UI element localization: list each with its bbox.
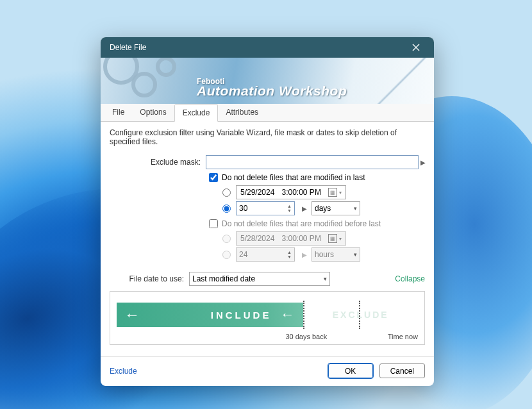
tab-bar: File Options Exclude Attributes: [101, 104, 434, 122]
tab-content: Configure exclusion filter using Variabl…: [101, 122, 434, 356]
mod-in-last-num-radio[interactable]: [222, 204, 231, 213]
modified-in-last-checkbox[interactable]: [209, 173, 218, 182]
chevron-down-icon: ▾: [339, 190, 342, 196]
marker-line: [359, 301, 360, 329]
banner-product: Automation Workshop: [197, 83, 347, 99]
chevron-down-icon: ▾: [354, 251, 357, 258]
calendar-icon: ▦: [328, 234, 337, 243]
number-value: 30: [239, 204, 247, 213]
close-button[interactable]: [403, 38, 429, 56]
mod-in-last-unit-select[interactable]: days ▾: [312, 201, 360, 215]
modified-in-last-label: Do not delete files that are modified in…: [222, 173, 365, 182]
spinner-icon[interactable]: ▲▼: [287, 204, 292, 213]
gear-icon: [156, 58, 176, 77]
dialog-window: Delete File Febooti Automation Workshop …: [101, 37, 434, 386]
ok-button[interactable]: OK: [328, 363, 373, 378]
description: Configure exclusion filter using Variabl…: [110, 128, 425, 146]
gear-icon: [131, 72, 157, 97]
collapse-link[interactable]: Collapse: [395, 274, 425, 283]
marker-label-now: Time now: [388, 333, 418, 340]
mod-before-last-num-radio: [222, 251, 231, 259]
tab-exclude[interactable]: Exclude: [174, 104, 219, 122]
chevron-down-icon: ▾: [324, 276, 327, 282]
include-bar: INCLUDE ←: [117, 303, 303, 327]
arrow-left-icon: ←: [280, 306, 294, 323]
number-wizard-icon[interactable]: ▶: [300, 205, 306, 212]
exclude-label: EXCLUDE: [333, 310, 389, 320]
banner-text: Febooti Automation Workshop: [197, 77, 347, 99]
mod-before-last-unit-select: hours ▾: [312, 247, 360, 262]
cancel-button[interactable]: Cancel: [379, 363, 425, 378]
footer-status: Exclude: [110, 367, 137, 376]
exclude-mask-label: Exclude mask:: [110, 158, 206, 167]
file-date-select[interactable]: Last modified date ▾: [189, 272, 330, 286]
tab-file[interactable]: File: [104, 104, 132, 122]
marker-line: [303, 301, 304, 329]
mod-before-last-date-radio: [222, 235, 231, 243]
number-wizard-icon: ▶: [300, 251, 306, 258]
titlebar: Delete File: [101, 37, 434, 58]
marker-label-back: 30 days back: [285, 333, 327, 340]
tab-attributes[interactable]: Attributes: [218, 104, 266, 122]
modified-before-last-checkbox[interactable]: [209, 219, 218, 228]
unit-value: hours: [315, 250, 334, 259]
chevron-down-icon: ▾: [339, 236, 342, 242]
file-date-value: Last modified date: [192, 274, 255, 283]
date-value: 5/28/2024: [240, 234, 274, 243]
spinner-icon: ▲▼: [287, 250, 292, 259]
date-value: 5/29/2024: [240, 188, 274, 197]
mod-in-last-datetime[interactable]: 5/29/2024 3:00:00 PM ▦ ▾: [236, 185, 346, 199]
exclude-mask-wizard-icon[interactable]: ▶: [419, 159, 425, 166]
dialog-footer: Exclude OK Cancel: [101, 356, 434, 386]
file-date-label: File date to use:: [110, 274, 189, 283]
timeline-panel: INCLUDE ← EXCLUDE 30 days back Time now: [110, 291, 425, 345]
unit-value: days: [315, 204, 331, 213]
close-icon: [412, 44, 420, 51]
mod-before-last-datetime: 5/28/2024 3:00:00 PM ▦ ▾: [236, 231, 346, 246]
exclude-mask-input[interactable]: [206, 155, 419, 169]
modified-before-last-label: Do not delete files that are modified be…: [222, 219, 381, 228]
window-title: Delete File: [110, 43, 403, 52]
include-label: INCLUDE: [211, 310, 272, 321]
time-value: 3:00:00 PM: [282, 188, 321, 197]
chevron-down-icon: ▾: [354, 205, 357, 212]
exclude-bar: EXCLUDE: [303, 303, 418, 327]
mod-before-last-number-input: 24 ▲▼: [236, 247, 295, 262]
time-value: 3:00:00 PM: [282, 234, 321, 243]
calendar-icon: ▦: [328, 188, 337, 197]
mod-in-last-date-radio[interactable]: [222, 188, 231, 197]
tab-options[interactable]: Options: [132, 104, 174, 122]
banner: Febooti Automation Workshop: [101, 58, 434, 104]
number-value: 24: [239, 250, 247, 259]
mod-in-last-number-input[interactable]: 30 ▲▼: [236, 201, 295, 215]
